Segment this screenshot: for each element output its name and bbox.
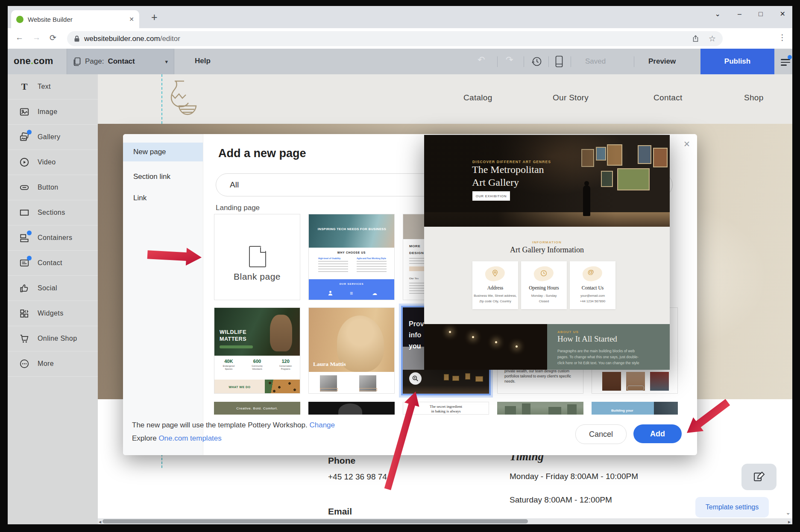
sidebar-item-button[interactable]: Button [8,175,98,200]
publish-button[interactable]: Publish [700,49,774,74]
sections-icon [19,207,30,218]
sidebar-item-video[interactable]: Video [8,150,98,175]
timing-line-1: Monday - Friday 8:00AM - 10:00PM [510,472,638,481]
template-blank-page[interactable]: Blank page [214,214,300,300]
nav-our-story[interactable]: Our Story [553,93,589,102]
phone-label: Phone [328,456,355,466]
tab-new-page[interactable]: New page [123,143,203,161]
window-close-icon[interactable]: ✕ [780,10,785,18]
forward-icon[interactable]: → [32,33,41,42]
magnifier-icon [412,375,419,382]
template-headline: you [409,342,421,350]
window-minimize-icon[interactable]: – [738,10,741,18]
browser-tab[interactable]: Website Builder ✕ [11,10,139,28]
browser-menu-icon[interactable]: ⋮ [778,32,786,42]
card-title: Opening Hours [521,285,567,290]
template-dark-portrait[interactable] [308,402,395,415]
window-maximize-icon[interactable]: □ [759,10,763,18]
scroll-down-icon[interactable]: ⌄ [785,509,791,516]
footer-note: The new page will use the template Potte… [132,421,335,430]
toolbar-divider [497,56,498,67]
editor-menu-icon[interactable] [781,57,790,67]
sidebar-item-contact[interactable]: Contact [8,251,98,276]
sidebar-item-image[interactable]: Image [8,99,98,125]
template-link: High-level of Usability [318,257,348,260]
address-bar[interactable]: websitebuilder.one.com/editor ☆ [67,31,723,46]
image-icon [19,106,30,117]
template-wildlife[interactable]: WILDLIFE MATTERS 40KEndangeredSpecies 60… [214,307,300,394]
template-coach[interactable]: Laura Mattis [308,307,395,394]
scroll-left-icon[interactable]: ◂ [99,519,101,524]
cancel-button[interactable]: Cancel [575,424,627,444]
element-sidebar: T Text Image Gallery Video Button Sectio… [8,74,98,524]
tab-section-link[interactable]: Section link [123,168,203,185]
explore-templates-link[interactable]: One.com templates [158,434,221,442]
pottery-logo [164,78,198,120]
card-line: Zip code City, Country [472,299,518,303]
bookmark-star-icon[interactable]: ☆ [709,34,716,44]
modal-close-icon[interactable]: ✕ [683,139,690,149]
preview-button[interactable]: Preview [648,57,676,66]
history-icon[interactable] [531,56,542,67]
add-button[interactable]: Add [633,424,682,443]
change-template-link[interactable]: Change [309,421,335,429]
sidebar-item-gallery[interactable]: Gallery [8,125,98,150]
reload-icon[interactable]: ⟳ [50,33,56,43]
toolbar-divider [634,56,634,67]
template-headline: MATTERS [220,336,246,342]
back-icon[interactable]: ← [15,33,23,42]
template-bakery[interactable]: The secret ingredientin baking is always [403,402,489,415]
help-button[interactable]: Help [195,57,211,65]
sidebar-item-text[interactable]: T Text [8,74,98,99]
browser-tabbar: Website Builder ✕ + ⌄ – □ ✕ [8,6,792,28]
share-icon[interactable] [692,35,699,42]
toolbar-divider [524,56,524,67]
window-chevron-icon[interactable]: ⌄ [715,10,721,18]
template-headline: MORE [409,244,420,248]
url-path: /editor [160,35,180,43]
card-line: Closed [521,299,567,303]
mobile-view-icon[interactable] [555,56,563,67]
card-title: Contact Us [570,285,615,290]
stat-value: 40K [214,359,243,364]
sidebar-item-sections[interactable]: Sections [8,200,98,225]
nav-shop[interactable]: Shop [744,93,764,102]
tab-link[interactable]: Link [123,190,203,207]
leopard-photo [265,380,300,394]
design-tool-button[interactable] [741,464,777,490]
redo-icon[interactable]: ↷ [506,55,513,65]
location-pin-icon [491,269,499,277]
cart-icon [19,333,30,344]
sidebar-item-more[interactable]: More [8,351,98,377]
section-label: Landing page [216,204,260,212]
horizontal-scrollbar-thumb[interactable] [103,519,528,523]
url-host: websitebuilder.one.com [84,35,160,43]
template-city[interactable] [497,402,583,415]
template-settings-button[interactable]: Template settings [695,497,769,517]
template-subhead: WHY CHOOSE US [309,251,394,254]
photo-thumb [602,372,621,391]
stat-label: EndangeredSpecies [214,365,243,371]
sidebar-item-widgets[interactable]: Widgets [8,301,98,326]
preview-eyebrow: DISCOVER DIFFERENT ART GENRES [472,160,551,164]
tab-close-icon[interactable]: ✕ [129,16,134,23]
template-construction[interactable]: Building your [592,402,678,415]
sidebar-item-containers[interactable]: Containers [8,225,98,251]
zoom-preview-button[interactable] [409,372,422,385]
sidebar-item-social[interactable]: Social [8,276,98,301]
new-tab-button[interactable]: + [151,11,158,23]
nav-contact[interactable]: Contact [653,93,683,102]
scroll-right-icon[interactable]: ▸ [788,519,791,524]
nav-catalog[interactable]: Catalog [463,93,492,102]
template-comfort[interactable]: Creative. Bold. Comfort. [214,402,300,415]
horizontal-scrollbar[interactable]: ◂ ▸ [98,518,792,524]
contact-form-icon [19,257,30,269]
toolbar-divider [571,56,571,67]
template-tech[interactable]: INSPIRING TECH NEEDS FOR BUSINESS WHY CH… [308,214,395,300]
page-selector[interactable]: Page: Contact ▾ [67,49,174,74]
toolbar-divider [548,56,549,67]
card-line: your@email.com [570,294,615,298]
modal-tab-panel: New page Section link Link [123,134,203,455]
sidebar-item-online-shop[interactable]: Online Shop [8,326,98,351]
undo-icon[interactable]: ↶ [478,55,485,65]
